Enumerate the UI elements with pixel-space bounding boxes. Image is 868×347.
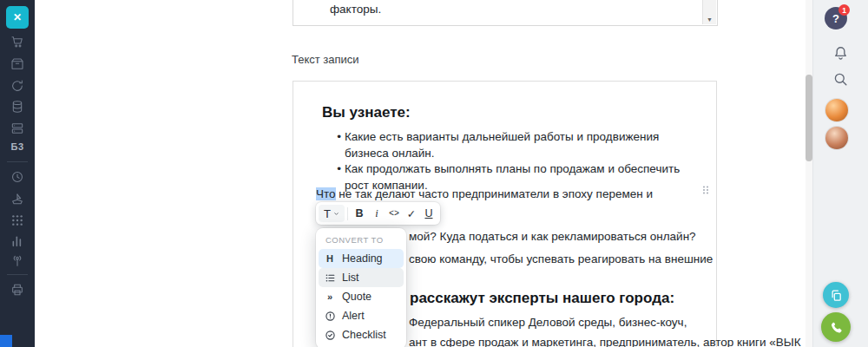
- list-item-text: Какие есть варианты дальнейшей работы и …: [345, 129, 693, 161]
- textarea-text: факторы.: [330, 3, 381, 16]
- bold-button[interactable]: B: [351, 205, 368, 222]
- menu-item-label: Heading: [342, 252, 383, 265]
- list-item[interactable]: • Какие есть варианты дальнейшей работы …: [333, 129, 693, 161]
- refresh-icon[interactable]: [0, 79, 35, 93]
- bell-icon[interactable]: [832, 45, 849, 65]
- phone-chat-button[interactable]: [821, 312, 851, 342]
- app-screen: ✕ Б3: [0, 0, 868, 347]
- underline-button[interactable]: U: [420, 205, 437, 222]
- editor-paragraph[interactable]: Федеральный спикер Деловой среды, бизнес…: [409, 315, 687, 331]
- package-icon[interactable]: [0, 57, 35, 71]
- menu-item-list[interactable]: List: [319, 268, 404, 287]
- notification-badge: 1: [838, 4, 850, 16]
- menu-item-alert[interactable]: Alert: [319, 306, 404, 325]
- list-icon: [324, 272, 336, 284]
- inline-code-button[interactable]: <>: [385, 205, 403, 222]
- field-label: Текст записи: [292, 53, 359, 66]
- printer-icon[interactable]: [0, 283, 35, 297]
- previous-field-textarea[interactable]: факторы. ▲ ▼: [293, 0, 718, 26]
- scroll-down-icon[interactable]: ▼: [707, 16, 713, 23]
- chevron-down-icon: [333, 211, 339, 217]
- paragraph-text: не так делают часто предприниматели в эп…: [336, 187, 653, 200]
- bar-chart-icon[interactable]: [0, 234, 35, 248]
- copy-widget-button[interactable]: [823, 282, 849, 308]
- ship-icon[interactable]: [0, 192, 35, 206]
- antenna-icon[interactable]: [0, 254, 35, 268]
- textarea-scrollbar[interactable]: ▲ ▼: [702, 0, 716, 24]
- menu-title: CONVERT TO: [326, 235, 404, 245]
- clock-icon[interactable]: [0, 170, 35, 184]
- rail-divider: [7, 161, 28, 162]
- user-avatar[interactable]: [825, 99, 848, 121]
- checklist-icon: [324, 330, 336, 341]
- editor-paragraph[interactable]: ант в сфере продаж и маркетинга, предпри…: [409, 335, 801, 347]
- bottom-accent-tab[interactable]: [0, 335, 12, 347]
- menu-item-label: Alert: [342, 310, 365, 322]
- editor-paragraph[interactable]: Что не так делают часто предприниматели …: [316, 187, 653, 203]
- menu-item-quote[interactable]: » Quote: [319, 287, 404, 306]
- menu-item-heading[interactable]: H Heading: [319, 249, 404, 268]
- editor-heading[interactable]: Вы узнаете:: [322, 104, 411, 121]
- server-icon[interactable]: [0, 121, 35, 135]
- editor-paragraph[interactable]: свою команду, чтобы успевать реагировать…: [409, 252, 713, 268]
- post-text-editor[interactable]: Вы узнаете: • Какие есть варианты дальне…: [293, 81, 717, 347]
- search-icon[interactable]: [832, 71, 849, 91]
- help-glyph: ?: [832, 12, 839, 25]
- rail-divider: [7, 274, 28, 275]
- menu-item-checklist[interactable]: Checklist: [319, 325, 404, 344]
- brand-label[interactable]: Б3: [0, 141, 35, 152]
- copy-icon: [830, 289, 843, 302]
- user-avatar[interactable]: [825, 127, 848, 149]
- close-button[interactable]: ✕: [6, 6, 29, 29]
- convert-to-menu: CONVERT TO H Heading List » Quote Alert: [316, 228, 406, 347]
- editor-paragraph[interactable]: мой? Куда податься и как рекламироваться…: [409, 229, 696, 246]
- left-sidebar: ✕ Б3: [0, 0, 35, 347]
- phone-icon: [829, 320, 844, 335]
- type-label: T: [324, 207, 331, 220]
- help-button[interactable]: ? 1: [825, 7, 847, 29]
- editor-bullet-list[interactable]: • Какие есть варианты дальнейшей работы …: [333, 129, 693, 193]
- page-scrollbar[interactable]: [806, 0, 812, 347]
- right-sidebar: ? 1: [812, 0, 868, 347]
- menu-item-label: List: [342, 272, 358, 284]
- heading-icon: H: [324, 253, 336, 264]
- selected-text: Что: [316, 187, 336, 200]
- toolbar-divider: [347, 207, 348, 220]
- scrollbar-thumb[interactable]: [806, 75, 812, 161]
- bullet-marker: •: [333, 129, 345, 161]
- italic-button[interactable]: i: [368, 205, 385, 222]
- block-drag-handle-icon[interactable]: [699, 182, 713, 198]
- convert-type-dropdown[interactable]: T: [319, 205, 345, 222]
- menu-item-label: Checklist: [342, 329, 386, 341]
- menu-item-label: Quote: [342, 291, 372, 303]
- quote-icon: »: [324, 291, 336, 302]
- editor-heading[interactable]: расскажут эксперты нашего города:: [410, 290, 674, 307]
- apps-grid-icon[interactable]: [0, 213, 35, 227]
- cart-icon[interactable]: [0, 35, 35, 49]
- alert-icon: [324, 311, 336, 322]
- inline-toolbar: T B i <> ✓ U: [316, 202, 440, 225]
- database-icon[interactable]: [0, 100, 35, 114]
- marker-button[interactable]: ✓: [403, 205, 420, 222]
